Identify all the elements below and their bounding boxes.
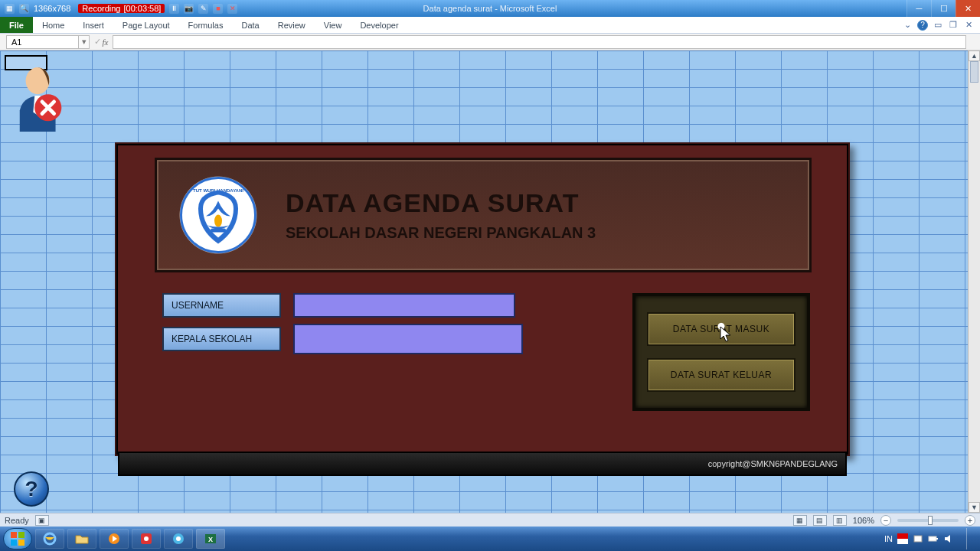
zoom-level: 106% — [853, 516, 874, 525]
window-buttons: ─ ☐ ✕ — [906, 0, 980, 17]
label-kepala: KEPALA SEKOLAH — [162, 327, 281, 351]
view-normal-icon[interactable]: ▦ — [793, 515, 807, 526]
formula-bar: A1 ▾ ✓ fx — [0, 34, 980, 51]
school-logo: TUT WURI HANDAYANI — [172, 169, 264, 261]
name-box-dropdown[interactable]: ▾ — [79, 35, 90, 49]
wmp-icon — [108, 533, 120, 545]
stop-icon[interactable]: ■ — [213, 4, 223, 14]
svg-rect-4 — [11, 532, 17, 538]
task-chrome[interactable] — [164, 529, 193, 549]
start-button[interactable] — [3, 528, 32, 549]
close-rec-icon[interactable]: ✕ — [227, 4, 237, 14]
fx-label: fx — [103, 37, 109, 47]
browser-icon — [172, 533, 185, 545]
camera-icon[interactable]: 📷 — [184, 4, 194, 14]
volume-icon[interactable] — [943, 533, 954, 544]
svg-point-0 — [26, 67, 50, 94]
task-ie[interactable] — [35, 529, 64, 549]
status-ready: Ready — [5, 516, 29, 525]
ribbon-min-icon[interactable]: ▭ — [933, 20, 943, 31]
zoom-thumb[interactable] — [928, 516, 933, 525]
rec-app-icon — [140, 533, 152, 545]
tab-developer[interactable]: Developer — [351, 17, 407, 33]
status-bar: Ready ▣ ▦ ▤ ▥ 106% − + — [0, 513, 980, 527]
tab-view[interactable]: View — [315, 17, 351, 33]
ribbon-caret-icon[interactable]: ⌄ — [902, 20, 913, 31]
maximize-button[interactable]: ☐ — [931, 0, 956, 17]
task-wmp[interactable] — [100, 529, 129, 549]
tray-app-icon[interactable] — [913, 533, 923, 544]
tab-formulas[interactable]: Formulas — [179, 17, 233, 33]
view-pagebreak-icon[interactable]: ▥ — [833, 515, 847, 526]
scroll-up-icon[interactable]: ▲ — [969, 51, 980, 61]
zoom-in-button[interactable]: + — [965, 515, 975, 526]
view-pagelayout-icon[interactable]: ▤ — [813, 515, 827, 526]
vscroll-thumb[interactable] — [970, 61, 978, 83]
recording-time: [00:03:58] — [123, 4, 161, 13]
btn-surat-masuk[interactable]: DATA SURAT MASUK — [647, 312, 795, 346]
svg-rect-6 — [11, 540, 17, 546]
login-column: USERNAME KEPALA SEKOLAH — [162, 293, 523, 418]
battery-icon[interactable] — [928, 533, 939, 544]
button-panel: DATA SURAT MASUK DATA SURAT KELUAR — [632, 293, 810, 411]
task-excel[interactable]: X — [196, 529, 225, 549]
pencil-icon[interactable]: ✎ — [198, 4, 208, 14]
check-icon: ✓ — [94, 37, 101, 47]
lang-indicator[interactable]: IN — [884, 534, 893, 543]
fx-button[interactable]: ✓ fx — [90, 37, 113, 47]
ribbon-close-icon[interactable]: ✕ — [963, 20, 974, 31]
row-kepala: KEPALA SEKOLAH — [162, 324, 523, 354]
svg-rect-19 — [929, 536, 936, 541]
tab-data[interactable]: Data — [232, 17, 268, 33]
ie-icon — [43, 532, 57, 546]
svg-rect-7 — [18, 540, 24, 546]
flag-icon[interactable] — [897, 533, 908, 544]
pause-icon[interactable]: ⏸ — [169, 4, 179, 14]
input-username[interactable] — [293, 293, 515, 318]
btn-surat-keluar[interactable]: DATA SURAT KELUAR — [647, 358, 795, 392]
task-rec-app[interactable] — [132, 529, 161, 549]
userform-title: DATA AGENDA SURAT — [286, 188, 596, 218]
scroll-down-icon[interactable]: ▼ — [969, 502, 980, 513]
userform-body: USERNAME KEPALA SEKOLAH DATA SURAT MASUK… — [162, 293, 810, 418]
svg-point-2 — [214, 215, 222, 227]
userform: TUT WURI HANDAYANI DATA AGENDA SURAT SEK… — [115, 142, 850, 456]
tab-insert[interactable]: Insert — [74, 17, 113, 33]
help-icon[interactable]: ? — [917, 20, 928, 31]
footer-text: copyright@SMKN6PANDEGLANG — [708, 459, 838, 468]
svg-point-11 — [144, 536, 149, 541]
svg-rect-18 — [914, 536, 922, 542]
tab-review[interactable]: Review — [269, 17, 315, 33]
userform-header: TUT WURI HANDAYANI DATA AGENDA SURAT SEK… — [155, 158, 812, 272]
show-desktop-button[interactable] — [966, 528, 974, 549]
formula-input[interactable] — [113, 35, 966, 49]
tab-home[interactable]: Home — [33, 17, 74, 33]
app-icon: ▦ — [5, 4, 15, 14]
ribbon-right-icons: ⌄ ? ▭ ❐ ✕ — [902, 17, 980, 33]
minimize-button[interactable]: ─ — [906, 0, 931, 17]
svg-rect-5 — [18, 532, 24, 538]
svg-point-13 — [176, 536, 181, 541]
macro-rec-icon[interactable]: ▣ — [35, 515, 49, 526]
zoom-slider[interactable] — [897, 519, 959, 522]
close-button[interactable]: ✕ — [956, 0, 980, 17]
magnify-icon: 🔍 — [19, 4, 29, 14]
label-username: USERNAME — [162, 293, 281, 318]
input-kepala[interactable] — [293, 324, 523, 354]
ribbon-restore-icon[interactable]: ❐ — [948, 20, 959, 31]
user-remove-icon — [12, 64, 72, 136]
tut-wuri-icon: TUT WURI HANDAYANI — [191, 186, 246, 247]
worksheet-area: TUT WURI HANDAYANI DATA AGENDA SURAT SEK… — [0, 51, 980, 513]
file-tab[interactable]: File — [0, 17, 33, 33]
vertical-scrollbar[interactable]: ▲ ▼ — [968, 51, 980, 513]
tab-page-layout[interactable]: Page Layout — [113, 17, 179, 33]
spreadsheet-grid[interactable]: TUT WURI HANDAYANI DATA AGENDA SURAT SEK… — [0, 51, 980, 513]
recording-badge: Recording [00:03:58] — [78, 4, 165, 13]
task-explorer[interactable] — [67, 529, 96, 549]
name-box[interactable]: A1 — [6, 35, 79, 49]
help-orb-icon[interactable]: ? — [14, 471, 49, 507]
zoom-out-button[interactable]: − — [880, 515, 891, 526]
windows-logo-icon — [10, 531, 25, 546]
userform-subtitle: SEKOLAH DASAR NEGERI PANGKALAN 3 — [286, 224, 596, 242]
system-tray: IN — [884, 528, 977, 549]
